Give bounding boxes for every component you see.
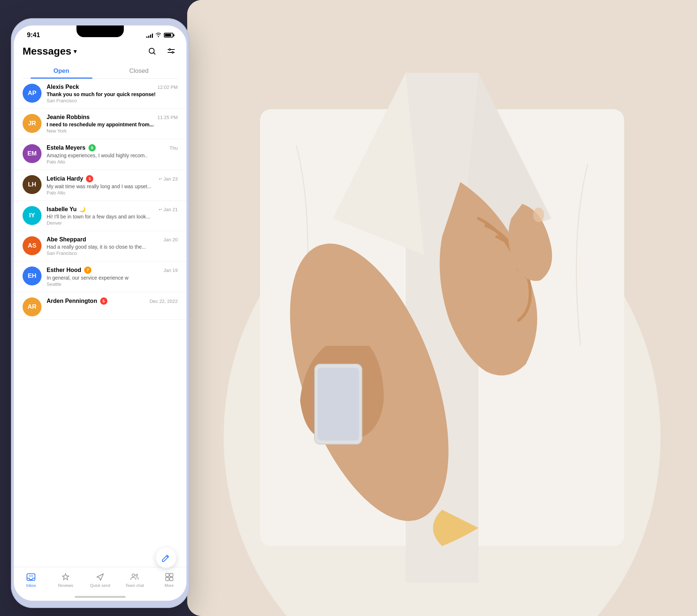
message-time: Jan 23 bbox=[164, 176, 178, 182]
svg-rect-21 bbox=[166, 573, 169, 577]
more-icon bbox=[165, 572, 174, 582]
message-badge: 5 bbox=[86, 175, 93, 182]
message-preview: In general, our service experience w bbox=[47, 275, 178, 281]
message-location: Palo Alto bbox=[47, 159, 178, 165]
nav-item-reviews[interactable]: Reviews bbox=[48, 571, 83, 589]
message-top-row: Esther Hood7Jan 19 bbox=[47, 266, 178, 274]
svg-rect-22 bbox=[170, 573, 173, 577]
team-chat-icon bbox=[130, 572, 139, 582]
avatar: AP bbox=[23, 84, 42, 103]
tab-closed[interactable]: Closed bbox=[100, 64, 178, 78]
filter-button[interactable] bbox=[165, 45, 178, 58]
header-top: Messages ▾ bbox=[23, 45, 178, 58]
message-top-row: Alexis Peck12:02 PM bbox=[47, 84, 178, 90]
status-icons bbox=[146, 32, 173, 38]
nav-item-more[interactable]: More bbox=[152, 571, 186, 589]
message-top-row: Abe SheppardJan 20 bbox=[47, 236, 178, 243]
message-content: Alexis Peck12:02 PMThank you so much for… bbox=[47, 84, 178, 103]
message-item[interactable]: LHLeticia Hardy5↩ Jan 23My wait time was… bbox=[14, 170, 186, 201]
reviews-icon bbox=[61, 572, 70, 582]
sender-info: Abe Sheppard bbox=[47, 236, 86, 243]
avatar: EH bbox=[23, 266, 42, 285]
message-item[interactable]: JRJeanie Robbins11:25 PMI need to resche… bbox=[14, 109, 186, 139]
message-badge: 7 bbox=[84, 266, 91, 274]
signal-bar-4 bbox=[152, 33, 153, 38]
message-item[interactable]: IYIsabelle Yu🌙↩ Jan 21Hi! I'll be in tow… bbox=[14, 201, 186, 231]
sender-name: Abe Sheppard bbox=[47, 236, 86, 243]
svg-point-20 bbox=[135, 574, 137, 576]
svg-point-18 bbox=[32, 576, 33, 577]
avatar: AR bbox=[23, 297, 42, 316]
nav-label-reviews: Reviews bbox=[58, 583, 73, 588]
message-preview: My wait time was really long and I was u… bbox=[47, 183, 178, 189]
sender-name: Esther Hood bbox=[47, 267, 81, 273]
message-time-container: Jan 19 bbox=[164, 268, 178, 273]
sender-info: Arden Pennington5 bbox=[47, 297, 107, 305]
message-item[interactable]: ASAbe SheppardJan 20Had a really good st… bbox=[14, 231, 186, 261]
message-item[interactable]: ARArden Pennington5Dec 22, 2022 bbox=[14, 292, 186, 320]
message-badge: 5 bbox=[100, 297, 107, 305]
message-time: Jan 20 bbox=[164, 237, 178, 242]
message-location: Denver bbox=[47, 220, 178, 226]
sender-info: Estela Meyers9 bbox=[47, 144, 96, 151]
battery-fill bbox=[165, 34, 171, 36]
battery-icon bbox=[164, 33, 173, 37]
avatar: EM bbox=[23, 144, 42, 163]
message-time: 12:02 PM bbox=[157, 84, 178, 90]
header-actions bbox=[146, 45, 178, 58]
search-icon bbox=[148, 47, 156, 55]
message-tabs: Open Closed bbox=[23, 64, 178, 79]
avatar: LH bbox=[23, 175, 42, 194]
message-location: Palo Alto bbox=[47, 190, 178, 196]
quick-send-icon bbox=[95, 572, 105, 582]
message-top-row: Leticia Hardy5↩ Jan 23 bbox=[47, 175, 178, 182]
search-button[interactable] bbox=[146, 45, 159, 58]
chevron-down-icon: ▾ bbox=[74, 47, 77, 55]
message-time-container: 12:02 PM bbox=[157, 84, 178, 90]
sender-name: Leticia Hardy bbox=[47, 175, 83, 182]
message-preview: Amazing experiences, I would highly reco… bbox=[47, 153, 178, 158]
nav-label-quick-send: Quick send bbox=[90, 583, 110, 588]
sender-info: Esther Hood7 bbox=[47, 266, 91, 274]
message-item[interactable]: EMEstela Meyers9ThuAmazing experiences, … bbox=[14, 139, 186, 170]
svg-point-19 bbox=[132, 574, 134, 577]
message-top-row: Arden Pennington5Dec 22, 2022 bbox=[47, 297, 178, 305]
message-location: San Francisco bbox=[47, 98, 178, 103]
nav-item-team-chat[interactable]: Team chat bbox=[117, 571, 152, 589]
message-time-container: ↩ Jan 21 bbox=[159, 207, 178, 212]
messages-list[interactable]: APAlexis Peck12:02 PMThank you so much f… bbox=[14, 79, 186, 567]
filter-icon bbox=[167, 47, 175, 55]
nav-item-inbox[interactable]: Inbox bbox=[14, 571, 48, 589]
avatar: AS bbox=[23, 236, 42, 255]
phone-notch bbox=[76, 25, 124, 37]
message-top-row: Isabelle Yu🌙↩ Jan 21 bbox=[47, 206, 178, 213]
tab-open[interactable]: Open bbox=[23, 64, 100, 78]
svg-point-16 bbox=[29, 576, 30, 577]
message-item[interactable]: EHEsther Hood7Jan 19In general, our serv… bbox=[14, 261, 186, 292]
scene: 9:41 bbox=[0, 0, 697, 616]
message-item[interactable]: APAlexis Peck12:02 PMThank you so much f… bbox=[14, 79, 186, 109]
svg-rect-24 bbox=[170, 577, 173, 581]
message-preview: Hi! I'll be in town for a few days and a… bbox=[47, 214, 178, 220]
header-title[interactable]: Messages ▾ bbox=[23, 46, 77, 57]
nav-label-inbox: Inbox bbox=[26, 583, 36, 588]
signal-bar-3 bbox=[150, 35, 151, 38]
message-location: Seattle bbox=[47, 281, 178, 287]
svg-point-17 bbox=[31, 576, 32, 577]
svg-rect-23 bbox=[166, 577, 169, 581]
sender-name: Jeanie Robbins bbox=[47, 114, 90, 121]
photo-background bbox=[187, 0, 697, 616]
message-time: Dec 22, 2022 bbox=[150, 299, 178, 304]
message-top-row: Estela Meyers9Thu bbox=[47, 144, 178, 151]
signal-bar-2 bbox=[148, 36, 149, 38]
message-content: Estela Meyers9ThuAmazing experiences, I … bbox=[47, 144, 178, 165]
svg-rect-6 bbox=[318, 368, 359, 441]
message-content: Esther Hood7Jan 19In general, our servic… bbox=[47, 266, 178, 287]
message-time: Thu bbox=[170, 145, 178, 151]
compose-button[interactable] bbox=[156, 548, 176, 568]
nav-item-quick-send[interactable]: Quick send bbox=[83, 571, 118, 589]
message-location: New York bbox=[47, 128, 178, 134]
sender-info: Isabelle Yu🌙 bbox=[47, 206, 86, 213]
message-time-container: Thu bbox=[170, 145, 178, 151]
message-time-container: ↩ Jan 23 bbox=[159, 176, 178, 182]
